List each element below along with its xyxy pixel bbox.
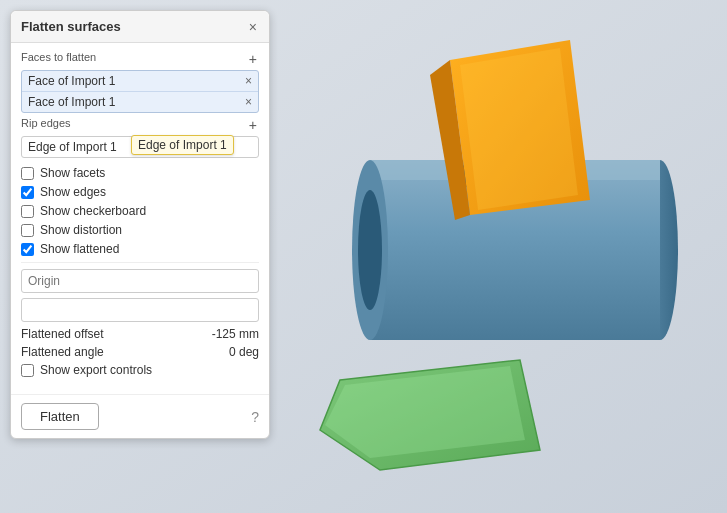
show-flattened-row: Show flattened [21,242,259,256]
panel-body: Faces to flatten + Face of Import 1 × Fa… [11,43,269,390]
flattened-position-input[interactable]: Flattened position (mate connector) [21,298,259,322]
flatten-surfaces-panel: Flatten surfaces × Faces to flatten + Fa… [10,10,270,439]
faces-section-header: Faces to flatten + [21,51,259,67]
show-edges-label[interactable]: Show edges [40,185,106,199]
show-flattened-checkbox[interactable] [21,243,34,256]
flattened-angle-row: Flattened angle 0 deg [21,345,259,359]
face-item-2-label: Face of Import 1 [28,95,115,109]
show-facets-checkbox[interactable] [21,167,34,180]
flattened-offset-label: Flattened offset [21,327,104,341]
show-export-controls-checkbox[interactable] [21,364,34,377]
edge-tooltip: Edge of Import 1 [131,135,234,155]
show-distortion-row: Show distortion [21,223,259,237]
rip-edges-container: Edge of Import 1 Edge of Import 1 [21,136,259,158]
flattened-offset-row: Flattened offset -125 mm [21,327,259,341]
show-edges-row: Show edges [21,185,259,199]
face-item-2: Face of Import 1 × [22,91,258,112]
remove-face-1-button[interactable]: × [245,75,252,87]
show-distortion-label[interactable]: Show distortion [40,223,122,237]
show-flattened-label[interactable]: Show flattened [40,242,119,256]
show-checkerboard-checkbox[interactable] [21,205,34,218]
show-export-controls-label[interactable]: Show export controls [40,363,152,377]
add-edge-button[interactable]: + [247,117,259,133]
rip-edges-label: Rip edges [21,117,71,129]
svg-point-5 [358,190,382,310]
face-item-1-label: Face of Import 1 [28,74,115,88]
panel-footer: Flatten ? [11,394,269,438]
rip-edges-section-header: Rip edges + [21,117,259,133]
help-icon[interactable]: ? [251,409,259,425]
remove-face-2-button[interactable]: × [245,96,252,108]
show-checkerboard-label[interactable]: Show checkerboard [40,204,146,218]
divider-1 [21,262,259,263]
panel-header: Flatten surfaces × [11,11,269,43]
face-list: Face of Import 1 × Face of Import 1 × [21,70,259,113]
close-button[interactable]: × [247,20,259,34]
show-edges-checkbox[interactable] [21,186,34,199]
add-face-button[interactable]: + [247,51,259,67]
edge-item-1-label: Edge of Import 1 [28,140,117,154]
flattened-angle-label: Flattened angle [21,345,104,359]
origin-input[interactable] [21,269,259,293]
flattened-angle-value: 0 deg [229,345,259,359]
flattened-offset-value: -125 mm [212,327,259,341]
show-facets-label[interactable]: Show facets [40,166,105,180]
panel-title: Flatten surfaces [21,19,121,34]
show-distortion-checkbox[interactable] [21,224,34,237]
faces-to-flatten-label: Faces to flatten [21,51,96,63]
show-checkerboard-row: Show checkerboard [21,204,259,218]
show-facets-row: Show facets [21,166,259,180]
show-export-controls-row: Show export controls [21,363,259,377]
face-item-1: Face of Import 1 × [22,71,258,91]
flatten-button[interactable]: Flatten [21,403,99,430]
